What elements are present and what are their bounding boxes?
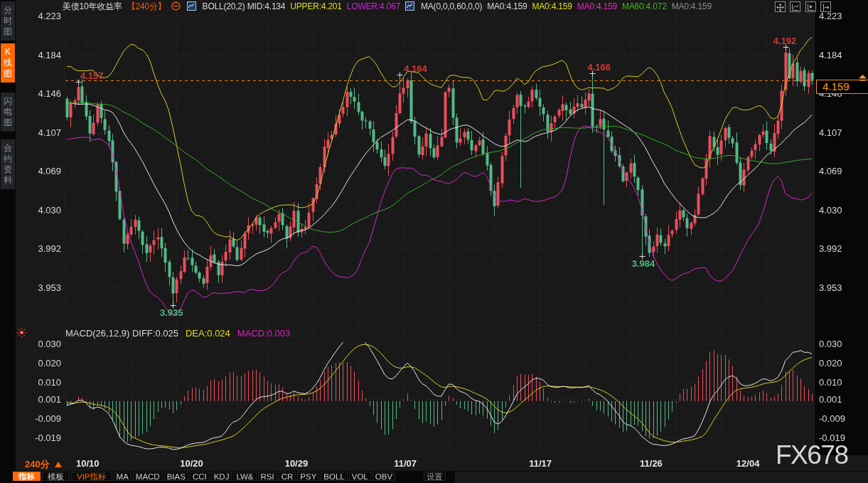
ma0-value-1: MA0:4.159 [487,1,527,11]
ma0-value-3: MA0:4.159 [577,1,617,11]
macd-tick-right: 0.001 [819,394,842,405]
bottom-toolbar: 指标模板VIP指标MAMACDBIASCCIKDJLW&RSICRPSYBOLL… [0,472,868,483]
price-tick-right: 4.030 [819,205,842,216]
date-label-12/04: 12/04 [736,458,760,469]
price-alert-arrow-icon [859,72,867,85]
axis-scale-icon[interactable] [790,1,800,12]
annotation-4.157: 4.157 [80,71,104,81]
annotation-4.192: 4.192 [773,36,797,46]
date-label-11/17: 11/17 [529,458,552,469]
toolbar-vol-button[interactable]: VOL [349,472,371,481]
window-controls [773,1,831,14]
price-tick-left: 4.223 [16,11,61,21]
ma-mini-chart-icon[interactable] [405,1,414,14]
ma0-value-4: MA0:4.159 [672,1,712,11]
sidebar-tab-3[interactable]: 闪电图 [1,92,15,132]
macd-diff-value: MACD(26,12,9) DIFF:0.025 [65,328,178,339]
left-sidebar: 分时图K线图闪电图合约资料 [0,0,16,483]
macd-tick-left: -0.009 [16,413,61,424]
toolbar-ma-button[interactable]: MA [114,472,132,481]
chart-title: 美债10年收益率 [63,1,122,11]
toolbar-vip-indicator-button[interactable]: VIP指标 [71,472,112,481]
pan-icon[interactable] [775,1,786,12]
date-label-10/20: 10/20 [180,458,203,469]
collapse-indicator-icon[interactable] [171,1,181,14]
toolbar-settings-button[interactable]: 设置 [424,472,446,481]
toolbar-cr-button[interactable]: CR [279,472,296,481]
toolbar-cci-button[interactable]: CCI [190,472,210,481]
current-price-value: 4.159 [823,80,850,92]
shift-right-icon[interactable] [820,1,831,12]
toolbar-indicator-button[interactable]: 指标 [13,472,41,481]
timeframe-tag: 【240分】 [127,1,166,11]
scroll-chart-icon[interactable] [805,1,816,12]
price-tick-right: 3.953 [819,282,842,293]
price-tick-left: 4.107 [16,127,61,138]
boll-mini-chart-icon[interactable] [187,1,196,14]
macd-header: MACD(26,12,9) DIFF:0.025DEA:0.024MACD:0.… [65,328,297,339]
toolbar-rsi-button[interactable]: RSI [258,472,277,481]
toolbar-psy-button[interactable]: PSY [297,472,319,481]
price-tick-left: 4.030 [16,205,61,216]
timeframe-selector[interactable]: 240分 [25,458,62,471]
price-tick-left: 4.069 [16,166,61,176]
toolbar-macd-button[interactable]: MACD [133,472,163,481]
macd-tick-right: -0.009 [819,413,845,424]
boll-mid-value: BOLL(20,2) MID:4.134 [203,1,286,11]
annotation-4.164: 4.164 [404,64,427,74]
toolbar-bias-button[interactable]: BIAS [164,472,188,481]
ma0-value-2: MA0:4.159 [532,1,572,11]
sidebar-tab-2[interactable]: K线图 [1,43,15,83]
price-tick-left: 3.992 [16,243,61,254]
date-label-11/26: 11/26 [640,458,663,469]
alarm-icon[interactable] [16,327,27,341]
fx678-watermark: FX678 [776,442,848,469]
sidebar-tab-1[interactable]: 分时图 [1,1,15,41]
annotation-3.984: 3.984 [632,259,655,269]
annotation-3.935: 3.935 [160,308,183,318]
macd-dea-value: DEA:0.024 [186,328,230,339]
price-tick-right: 3.992 [819,243,842,254]
date-label-10/10: 10/10 [76,458,100,469]
toolbar-kdj-button[interactable]: KDJ [211,472,232,481]
price-tick-left: 4.184 [16,50,61,60]
ma60-value: MA60:4.072 [622,1,667,11]
price-tick-right: 4.069 [819,166,842,176]
boll-lower-value: LOWER:4.067 [347,1,400,11]
price-tick-left: 3.953 [16,282,61,293]
toolbar-boll-button[interactable]: BOLL [321,472,347,481]
price-tick-right: 4.184 [819,50,842,60]
date-label-11/07: 11/07 [394,458,417,469]
macd-value: MACD:0.003 [237,328,290,339]
ma-params: MA(0,0,0,60,0,0) [421,1,482,11]
timeframe-up-triangle-icon [55,462,62,467]
toolbar-template-button[interactable]: 模板 [42,472,70,481]
macd-tick-right: 0.020 [819,358,842,368]
timeframe-label: 240分 [25,459,50,469]
chart-header: 美债10年收益率【240分】BOLL(20,2) MID:4.134UPPER:… [63,1,717,12]
date-label-10/29: 10/29 [285,458,309,469]
price-tick-right: 4.107 [819,127,842,138]
macd-tick-left: 0.010 [16,377,61,388]
kline-chart-canvas[interactable] [0,0,868,483]
macd-tick-left: 0.001 [16,394,61,405]
boll-upper-value: UPPER:4.201 [290,1,342,11]
toolbar-lw&-button[interactable]: LW& [233,472,256,481]
macd-tick-right: 0.010 [819,377,842,388]
sidebar-tab-4[interactable]: 合约资料 [1,139,15,189]
macd-tick-left: -0.019 [16,432,61,443]
macd-tick-right: 0.030 [819,339,842,349]
annotation-4.166: 4.166 [587,63,611,73]
price-tick-left: 4.146 [16,88,61,99]
macd-tick-left: 0.020 [16,358,61,368]
toolbar-obv-button[interactable]: OBV [373,472,395,481]
